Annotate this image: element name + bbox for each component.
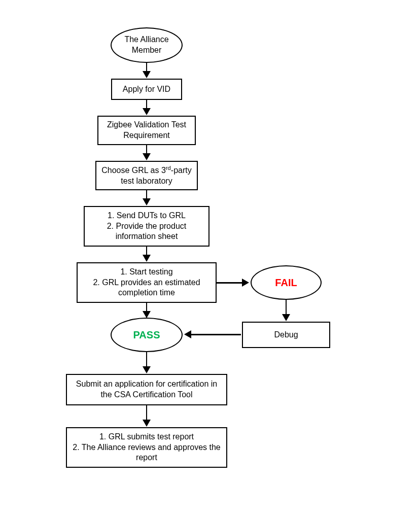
arrow-head-left-icon (184, 330, 191, 338)
node-send-duts: 1. Send DUTs to GRL 2. Provide the produ… (84, 206, 209, 247)
choose-grl-prefix: Choose GRL as 3 (101, 166, 166, 175)
arrow-head-down-icon (143, 153, 151, 160)
start-testing-line1: 1. Start testing (120, 267, 172, 278)
node-fail-label: FAIL (275, 276, 297, 289)
node-start-ellipse: The Alliance Member (111, 27, 183, 63)
node-grl-submits: 1. GRL submits test report 2. The Allian… (66, 427, 227, 468)
send-duts-line2: 2. Provide the product information sheet (90, 221, 203, 243)
send-duts-line1: 1. Send DUTs to GRL (108, 211, 186, 221)
node-pass-label: PASS (133, 328, 160, 341)
node-fail-ellipse: FAIL (251, 265, 322, 300)
node-zigbee-req-label: Zigbee Validation Test Requirement (103, 120, 190, 141)
node-debug: Debug (242, 322, 330, 348)
arrow-line (286, 300, 287, 315)
arrow-head-down-icon (143, 255, 151, 262)
node-submit-application-label: Submit an application for certification … (72, 379, 221, 400)
arrow-line (190, 334, 241, 335)
arrow-head-down-icon (143, 71, 151, 78)
arrow-head-down-icon (282, 314, 290, 321)
node-choose-grl-label: Choose GRL as 3rd-party test laboratory (101, 164, 192, 187)
arrow-line (217, 282, 243, 284)
node-choose-grl: Choose GRL as 3rd-party test laboratory (95, 161, 198, 190)
choose-grl-sup: rd (166, 165, 171, 171)
node-start-testing: 1. Start testing 2. GRL provides an esti… (77, 262, 217, 303)
arrow-head-down-icon (143, 311, 151, 318)
arrow-line (146, 352, 147, 367)
node-start-label: The Alliance Member (117, 34, 177, 56)
arrow-head-down-icon (143, 108, 151, 115)
node-pass-ellipse: PASS (111, 318, 183, 352)
arrow-head-down-icon (143, 366, 151, 373)
arrow-head-down-icon (143, 420, 151, 427)
grl-submits-line1: 1. GRL submits test report (99, 432, 194, 442)
grl-submits-line2: 2. The Alliance reviews and approves the… (72, 442, 221, 464)
node-submit-application: Submit an application for certification … (66, 374, 227, 405)
flowchart-canvas: The Alliance Member Apply for VID Zigbee… (0, 0, 420, 518)
node-debug-label: Debug (274, 330, 298, 340)
start-testing-line2: 2. GRL provides an estimated completion … (83, 278, 211, 299)
arrow-head-right-icon (242, 279, 249, 287)
arrow-line (146, 405, 147, 421)
node-apply-vid: Apply for VID (111, 79, 182, 100)
node-zigbee-req: Zigbee Validation Test Requirement (97, 116, 196, 145)
arrow-head-down-icon (143, 198, 151, 205)
node-apply-vid-label: Apply for VID (123, 84, 170, 95)
